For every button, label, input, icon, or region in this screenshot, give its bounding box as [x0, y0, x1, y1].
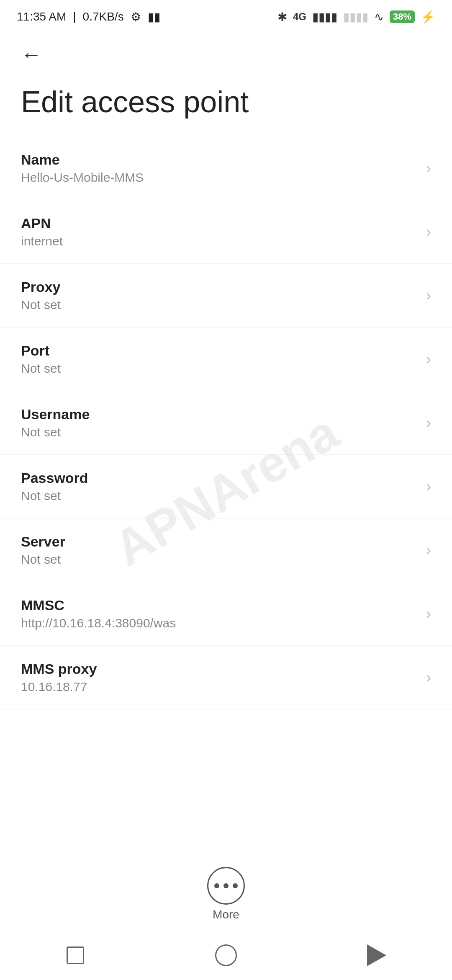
settings-label-apn: APN [21, 215, 418, 232]
status-bar: 11:35 AM | 0.7KB/s ⚙ ▮▮ ✱ 4G ▮▮▮▮ ▮▮▮▮ ∿… [0, 0, 452, 34]
top-bar: ← [0, 34, 452, 75]
chevron-proxy-icon: › [426, 287, 431, 304]
signal-bars-icon: ▮▮▮▮ [312, 10, 337, 24]
back-button[interactable]: ← [17, 40, 46, 69]
settings-item-username-content: Username Not set [21, 406, 418, 439]
settings-value-mmsc: http://10.16.18.4:38090/was [21, 616, 418, 630]
settings-value-apn: internet [21, 234, 418, 248]
more-dot-1 [214, 883, 219, 888]
settings-label-mms-proxy: MMS proxy [21, 661, 418, 677]
settings-label-port: Port [21, 343, 418, 359]
settings-item-password[interactable]: Password Not set › [0, 455, 452, 518]
video-icon: ▮▮ [148, 10, 160, 24]
chevron-username-icon: › [426, 414, 431, 432]
settings-label-mmsc: MMSC [21, 597, 418, 614]
separator: | [73, 10, 76, 23]
recents-icon [67, 946, 84, 964]
time-text: 11:35 AM [17, 10, 66, 23]
settings-item-server-content: Server Not set [21, 534, 418, 567]
settings-item-apn-content: APN internet [21, 215, 418, 248]
more-dot-2 [223, 883, 229, 888]
charging-icon: ⚡ [421, 10, 435, 24]
settings-list: Name Hello-Us-Mobile-MMS › APN internet … [0, 137, 452, 709]
nav-home-button[interactable] [205, 939, 247, 972]
settings-item-mmsc[interactable]: MMSC http://10.16.18.4:38090/was › [0, 582, 452, 646]
chevron-mms-proxy-icon: › [426, 669, 431, 686]
settings-label-username: Username [21, 406, 418, 423]
page-title: Edit access point [21, 85, 249, 119]
back-arrow-icon: ← [21, 42, 42, 67]
navigation-bar [0, 930, 452, 980]
settings-icon: ⚙ [131, 10, 141, 24]
chevron-mmsc-icon: › [426, 605, 431, 623]
settings-item-username[interactable]: Username Not set › [0, 391, 452, 455]
settings-value-proxy: Not set [21, 298, 418, 312]
home-icon [215, 944, 237, 966]
settings-value-port: Not set [21, 361, 418, 376]
settings-item-server[interactable]: Server Not set › [0, 518, 452, 582]
status-right: ✱ 4G ▮▮▮▮ ▮▮▮▮ ∿ 38 % ⚡ [277, 10, 435, 24]
chevron-name-icon: › [426, 160, 431, 177]
wifi-icon: ∿ [374, 10, 384, 24]
settings-item-port[interactable]: Port Not set › [0, 328, 452, 391]
more-circle-icon [207, 867, 245, 905]
more-button[interactable]: More [207, 867, 245, 921]
chevron-apn-icon: › [426, 223, 431, 241]
more-label: More [213, 908, 239, 921]
settings-item-name-content: Name Hello-Us-Mobile-MMS [21, 152, 418, 185]
settings-label-password: Password [21, 470, 418, 486]
more-dot-3 [233, 883, 238, 888]
settings-item-mms-proxy-content: MMS proxy 10.16.18.77 [21, 661, 418, 694]
more-dots [214, 883, 238, 888]
network-speed: 0.7KB/s [83, 10, 124, 23]
chevron-server-icon: › [426, 542, 431, 559]
settings-item-proxy-content: Proxy Not set [21, 279, 418, 312]
settings-value-username: Not set [21, 425, 418, 439]
settings-item-password-content: Password Not set [21, 470, 418, 503]
settings-item-mms-proxy[interactable]: MMS proxy 10.16.18.77 › [0, 646, 452, 709]
settings-label-server: Server [21, 534, 418, 550]
battery-icon: 38 % [390, 10, 415, 23]
settings-label-proxy: Proxy [21, 279, 418, 295]
settings-value-server: Not set [21, 552, 418, 567]
page-title-section: Edit access point [0, 75, 452, 137]
settings-value-name: Hello-Us-Mobile-MMS [21, 170, 418, 185]
settings-value-password: Not set [21, 489, 418, 503]
settings-item-apn[interactable]: APN internet › [0, 200, 452, 264]
nav-recents-button[interactable] [54, 939, 96, 972]
signal-bars2-icon: ▮▮▮▮ [343, 10, 368, 24]
status-left: 11:35 AM | 0.7KB/s ⚙ ▮▮ [17, 10, 160, 24]
settings-item-name[interactable]: Name Hello-Us-Mobile-MMS › [0, 137, 452, 200]
battery-level: 38 [393, 11, 403, 22]
nav-back-button[interactable] [356, 939, 398, 972]
chevron-password-icon: › [426, 478, 431, 495]
settings-value-mms-proxy: 10.16.18.77 [21, 680, 418, 694]
back-nav-icon [367, 944, 386, 966]
settings-item-proxy[interactable]: Proxy Not set › [0, 264, 452, 328]
settings-item-port-content: Port Not set [21, 343, 418, 376]
bluetooth-icon: ✱ [277, 10, 287, 24]
signal-4g-icon: 4G [293, 11, 306, 23]
settings-item-mmsc-content: MMSC http://10.16.18.4:38090/was [21, 597, 418, 630]
settings-label-name: Name [21, 152, 418, 168]
chevron-port-icon: › [426, 351, 431, 368]
